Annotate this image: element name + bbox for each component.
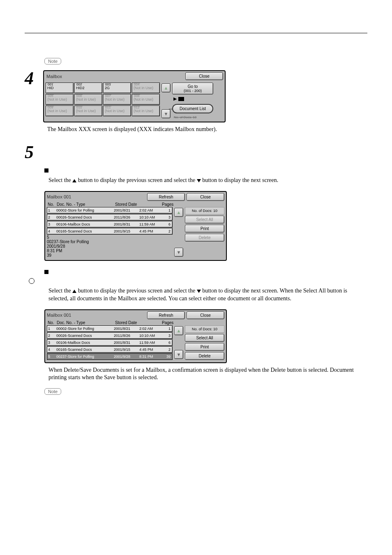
- mailbox-caption: The Mailbox XXX screen is displayed (XXX…: [47, 126, 367, 134]
- mailbox-005[interactable]: 005(Not in Use): [46, 94, 74, 105]
- select-arrows-text-1: Select the button to display the previou…: [48, 177, 367, 184]
- close-button[interactable]: Close: [187, 311, 224, 319]
- mailbox-007[interactable]: 007(Not in Use): [103, 94, 131, 105]
- delete-button[interactable]: Delete: [185, 352, 224, 360]
- mailbox-011[interactable]: 011(Not in Use): [103, 106, 131, 116]
- doc-row-selected[interactable]: 500237-Store for Polling2001/9/288:31 PM…: [47, 353, 173, 360]
- triangle-down-icon: [197, 290, 201, 293]
- doc-row[interactable]: 100002-Store for Polling2001/8/212:02 AM…: [47, 325, 173, 332]
- doc-row[interactable]: 200026-Scanned Docs2011/8/2610:10 AM3: [47, 332, 173, 339]
- select-arrows-text-2: Select the button to display the previou…: [48, 287, 367, 303]
- triangle-up-icon: [72, 290, 76, 293]
- mailbox-list-panel-1: Mailbox 001 Refresh Close No. Doc. No. -…: [44, 191, 227, 261]
- scroll-down-button[interactable]: ▼: [174, 350, 183, 359]
- print-button[interactable]: Print: [185, 343, 224, 351]
- doc-row[interactable]: 200026-Scanned Docs2011/8/2610:10 AM3: [47, 214, 173, 221]
- doc-row[interactable]: 400165-Scanned Docs2001/9/154:45 PM2: [47, 228, 173, 235]
- goto-button[interactable]: Go to (001 - 200): [172, 83, 213, 94]
- doc-row[interactable]: 300106-Mailbox Docs2001/8/3111:59 AM6: [47, 339, 173, 346]
- circle-icon: [29, 278, 35, 284]
- delete-button-disabled: Delete: [185, 234, 224, 242]
- mailbox-012[interactable]: 012(Not in Use): [132, 106, 160, 116]
- doc-count: No. of Docs: 10: [185, 325, 224, 333]
- bullet-1: [44, 167, 367, 173]
- top-rule: [25, 33, 367, 33]
- doc-row[interactable]: 300106-Mailbox Docs2001/8/3111:59 AM6: [47, 221, 173, 228]
- list-column-headers: No. Doc. No. - Type Stored Date Pages: [45, 320, 226, 325]
- document-list-button[interactable]: Document List: [172, 104, 213, 113]
- note-badge: Note: [44, 58, 61, 64]
- close-button[interactable]: Close: [187, 193, 224, 201]
- mailbox-001[interactable]: 001HID: [46, 83, 74, 93]
- square-bullet-icon: [44, 168, 48, 173]
- stop-icon: [178, 97, 184, 101]
- doc-count: No. of Docs: 10: [185, 207, 224, 214]
- note-badge: Note: [44, 388, 61, 395]
- scroll-down-button[interactable]: ▼: [161, 109, 171, 118]
- goto-label: Go to: [174, 84, 211, 89]
- refresh-button[interactable]: Refresh: [147, 193, 185, 201]
- mailbox-010[interactable]: 010(Not in Use): [74, 106, 102, 116]
- mailbox-panel: Mailbox Close 001HID 002HID2 0032G 004(N…: [43, 70, 226, 122]
- mailbox-grid: 001HID 002HID2 0032G 004(Not in Use) 005…: [46, 83, 160, 119]
- list-column-headers: No. Doc. No. - Type Stored Date Pages: [45, 202, 226, 207]
- mailbox-009[interactable]: 009(Not in Use): [46, 106, 74, 116]
- select-all-button[interactable]: Select All: [185, 334, 224, 342]
- mailbox-list-panel-2: Mailbox 001 Refresh Close No. Doc. No. -…: [44, 309, 227, 363]
- circle-marker: [29, 277, 367, 284]
- step-number-5: 5: [25, 142, 43, 163]
- bullet-2: [44, 268, 367, 275]
- mailbox-002[interactable]: 002HID2: [74, 83, 102, 93]
- square-bullet-icon: [44, 270, 48, 274]
- doc-row[interactable]: 100002-Store for Polling2001/8/212:02 AM…: [47, 207, 173, 214]
- scroll-down-button[interactable]: ▼: [174, 248, 183, 257]
- scroll-up-button[interactable]: ▲: [174, 326, 183, 335]
- mailbox-003[interactable]: 0032G: [103, 83, 131, 93]
- refresh-button[interactable]: Refresh: [147, 311, 185, 319]
- mailbox-008[interactable]: 008(Not in Use): [132, 94, 160, 105]
- goto-range: (001 - 200): [174, 89, 211, 93]
- doc-row[interactable]: 400165-Scanned Docs2001/9/154:45 PM2: [47, 346, 173, 353]
- doc-row[interactable]: 500237-Store for Polling2001/9/288:31 PM…: [47, 235, 173, 258]
- mailbox-006[interactable]: 006(Not in Use): [74, 94, 102, 105]
- scroll-up-button[interactable]: ▲: [161, 83, 171, 92]
- play-indicator: ▶: [172, 96, 213, 102]
- mailbox-panel-title: Mailbox: [46, 74, 185, 79]
- print-button[interactable]: Print: [185, 225, 224, 233]
- mailbox-004[interactable]: 004(Not in Use): [132, 83, 160, 93]
- triangle-down-icon: [197, 179, 201, 182]
- scroll-up-button[interactable]: ▲: [174, 208, 183, 217]
- select-all-button[interactable]: Select All: [185, 216, 224, 223]
- step-number-4: 4: [25, 68, 43, 89]
- triangle-up-icon: [72, 179, 76, 182]
- no-of-docs-strike: No. of Docs. 10: [172, 115, 213, 119]
- close-button[interactable]: Close: [185, 72, 223, 80]
- play-icon: ▶: [173, 96, 177, 101]
- delete-save-text: When Delete/Save Documents is set for a …: [48, 366, 367, 382]
- list-title: Mailbox 001: [47, 313, 145, 318]
- list-title: Mailbox 001: [47, 194, 145, 199]
